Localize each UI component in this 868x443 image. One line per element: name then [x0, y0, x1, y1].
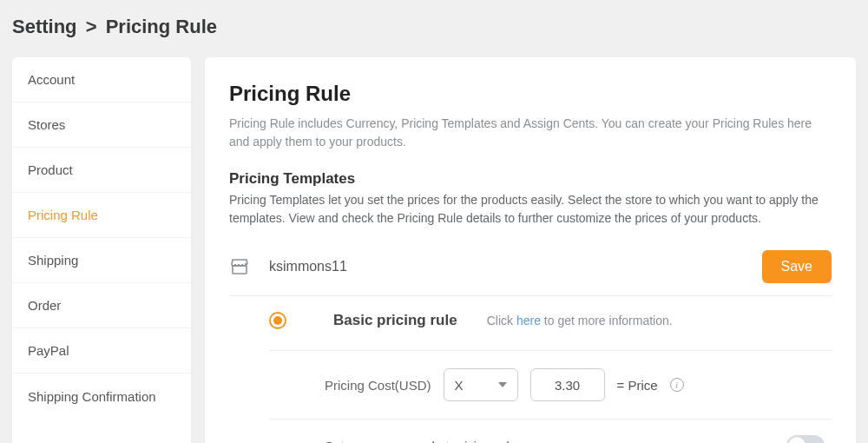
chevron-down-icon	[498, 382, 507, 387]
operator-select[interactable]: X	[444, 368, 518, 401]
rule-header: Basic pricing rule Click here to get mor…	[269, 312, 832, 351]
breadcrumb-parent: Setting	[12, 16, 77, 37]
basic-rule-radio[interactable]	[269, 312, 286, 329]
store-row: ksimmons11 Save	[229, 245, 832, 296]
sidebar-item-product[interactable]: Product	[12, 148, 191, 193]
compared-at-label: Set your compared at pricing rules	[325, 439, 523, 444]
compared-at-toggle[interactable]	[786, 435, 825, 443]
main-panel: Pricing Rule Pricing Rule includes Curre…	[205, 57, 856, 443]
store-icon	[229, 256, 250, 277]
sidebar-item-label: Pricing Rule	[28, 208, 98, 222]
breadcrumb-sep: >	[82, 16, 101, 37]
hint-suffix: to get more information.	[541, 314, 673, 327]
svg-rect-0	[233, 266, 247, 274]
sidebar-item-paypal[interactable]: PayPal	[12, 328, 191, 374]
sidebar-item-order[interactable]: Order	[12, 283, 191, 328]
sidebar-item-label: Product	[28, 162, 73, 177]
sidebar-item-stores[interactable]: Stores	[12, 102, 191, 148]
equals-price-label: = Price	[617, 378, 658, 393]
multiplier-input[interactable]	[530, 368, 605, 401]
section-description: Pricing Templates let you set the prices…	[229, 191, 832, 228]
sidebar-item-label: Stores	[28, 117, 65, 132]
pricing-cost-label: Pricing Cost(USD)	[325, 378, 431, 393]
sidebar-item-shipping[interactable]: Shipping	[12, 238, 191, 283]
hint-link[interactable]: here	[516, 314, 541, 327]
info-icon[interactable]: i	[670, 378, 684, 392]
breadcrumb: Setting > Pricing Rule	[0, 0, 868, 57]
operator-value: X	[455, 378, 464, 393]
store-name: ksimmons11	[269, 259, 762, 274]
sidebar: Account Stores Product Pricing Rule Ship…	[12, 57, 191, 443]
sidebar-item-label: Shipping	[28, 253, 78, 268]
sidebar-item-label: PayPal	[28, 343, 69, 358]
page-title: Pricing Rule	[229, 82, 832, 106]
section-title-pricing-templates: Pricing Templates	[229, 170, 832, 188]
pricing-cost-row: Pricing Cost(USD) X = Price i	[325, 368, 832, 401]
sidebar-item-shipping-confirmation[interactable]: Shipping Confirmation	[12, 374, 191, 419]
save-button[interactable]: Save	[762, 250, 832, 283]
hint-prefix: Click	[487, 314, 516, 327]
rule-hint: Click here to get more information.	[487, 314, 673, 327]
sidebar-item-label: Shipping Confirmation	[28, 389, 156, 404]
sidebar-item-pricing-rule[interactable]: Pricing Rule	[12, 193, 191, 238]
sidebar-item-account[interactable]: Account	[12, 57, 191, 102]
breadcrumb-current: Pricing Rule	[106, 16, 217, 37]
compared-at-row: Set your compared at pricing rules	[269, 420, 832, 443]
page-description: Pricing Rule includes Currency, Pricing …	[229, 115, 832, 151]
rule-title: Basic pricing rule	[333, 312, 457, 329]
sidebar-item-label: Account	[28, 72, 75, 87]
sidebar-item-label: Order	[28, 298, 61, 313]
